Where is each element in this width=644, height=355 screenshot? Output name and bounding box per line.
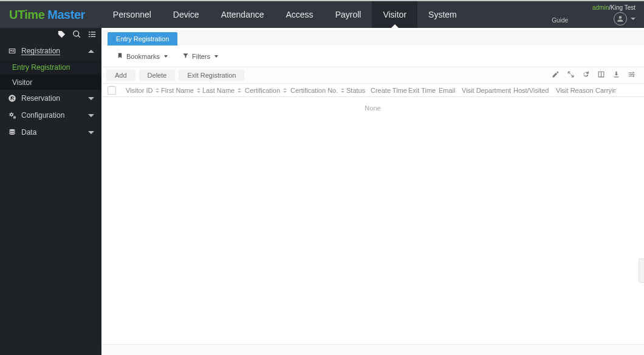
guide-button[interactable]: Guide bbox=[552, 6, 568, 24]
add-button[interactable]: Add bbox=[106, 70, 135, 81]
chevron-down-icon bbox=[214, 55, 218, 58]
th-label: Last Name bbox=[202, 87, 235, 94]
action-label: Add bbox=[115, 72, 127, 79]
th-label: Carryin bbox=[595, 87, 616, 94]
chevron-down-icon bbox=[631, 18, 635, 20]
table-tool-icons bbox=[552, 70, 639, 81]
tab-strip: Entry Registration bbox=[101, 30, 644, 46]
app-logo: UTime Master bbox=[6, 8, 90, 22]
th-certification[interactable]: Certification bbox=[241, 87, 287, 94]
th-visit-department[interactable]: Visit Department bbox=[458, 87, 510, 94]
delete-button[interactable]: Delete bbox=[139, 70, 176, 81]
table-body: None bbox=[101, 97, 644, 344]
user-company: King Test bbox=[611, 4, 635, 11]
side-panel-handle[interactable] bbox=[639, 259, 644, 283]
expand-icon[interactable] bbox=[567, 70, 575, 81]
th-label: Certification bbox=[245, 87, 280, 94]
nav-label: System bbox=[428, 10, 457, 19]
th-label: Status bbox=[346, 87, 365, 94]
sidebar-item-visitor[interactable]: Visitor bbox=[0, 75, 101, 90]
user-avatar-row bbox=[592, 12, 635, 25]
th-first-name[interactable]: First Name bbox=[157, 87, 199, 94]
action-toolbar: Add Delete Exit Registration bbox=[101, 67, 644, 84]
th-visitor-id[interactable]: Visitor ID bbox=[122, 87, 157, 94]
sidebar-item-label: Entry Registration bbox=[12, 63, 70, 72]
th-exit-time[interactable]: Exit Time bbox=[405, 87, 435, 94]
th-label: First Name bbox=[161, 87, 194, 94]
sidebar-head-registration[interactable]: Registration bbox=[0, 42, 101, 59]
nav-visitor[interactable]: Visitor bbox=[372, 1, 417, 28]
bookmark-icon bbox=[117, 52, 123, 60]
th-carrying[interactable]: Carryin bbox=[592, 87, 616, 94]
main-content: Entry Registration Bookmarks Filters Add… bbox=[101, 28, 644, 355]
refresh-icon[interactable] bbox=[582, 70, 590, 81]
nav-label: Device bbox=[173, 10, 199, 19]
chevron-down-icon bbox=[88, 97, 94, 100]
footer-panel bbox=[101, 344, 644, 355]
th-status[interactable]: Status bbox=[343, 87, 367, 94]
nav-personnel[interactable]: Personnel bbox=[102, 1, 162, 28]
sidebar-item-entry-registration[interactable]: Entry Registration bbox=[0, 59, 101, 75]
settings-sliders-icon[interactable] bbox=[628, 70, 635, 81]
nav-label: Personnel bbox=[113, 10, 151, 19]
edit-icon[interactable] bbox=[552, 70, 560, 81]
sidebar-head-data[interactable]: Data bbox=[0, 124, 101, 141]
chevron-down-icon bbox=[164, 55, 168, 58]
columns-icon[interactable] bbox=[597, 70, 605, 81]
th-create-time[interactable]: Create Time bbox=[367, 87, 405, 94]
th-label: Host/Visited bbox=[513, 87, 549, 94]
table-header: Visitor ID First Name Last Name Certific… bbox=[101, 84, 644, 97]
tab-entry-registration[interactable]: Entry Registration bbox=[108, 32, 177, 46]
th-label: Visitor ID bbox=[126, 87, 152, 94]
nav-access[interactable]: Access bbox=[275, 1, 324, 28]
nav-label: Attendance bbox=[221, 10, 264, 19]
nav-label: Payroll bbox=[335, 10, 361, 19]
th-label: Email bbox=[439, 87, 456, 94]
nav-payroll[interactable]: Payroll bbox=[324, 1, 372, 28]
sidebar-sub-registration: Entry Registration Visitor bbox=[0, 59, 101, 90]
user-info-line: admin/King Test bbox=[592, 4, 635, 11]
main-nav: Personnel Device Attendance Access Payro… bbox=[102, 1, 468, 28]
id-card-icon bbox=[7, 47, 16, 55]
nav-attendance[interactable]: Attendance bbox=[210, 1, 275, 28]
export-icon[interactable] bbox=[612, 70, 620, 81]
th-certification-no[interactable]: Certification No. bbox=[287, 87, 343, 94]
sidebar-label: Reservation bbox=[21, 94, 60, 103]
sidebar-head-configuration[interactable]: Configuration bbox=[0, 107, 101, 124]
filters-dropdown[interactable]: Filters bbox=[182, 52, 218, 60]
bookmarks-dropdown[interactable]: Bookmarks bbox=[117, 52, 168, 60]
th-last-name[interactable]: Last Name bbox=[199, 87, 241, 94]
th-visit-reason[interactable]: Visit Reason bbox=[552, 87, 592, 94]
logo-part-2: Master bbox=[47, 8, 84, 21]
user-menu[interactable]: admin/King Test bbox=[592, 4, 635, 25]
th-email[interactable]: Email bbox=[435, 87, 458, 94]
logo-part-1: UTime bbox=[9, 8, 47, 21]
sidebar-section-registration: Registration Entry Registration Visitor bbox=[0, 42, 101, 90]
nav-system[interactable]: System bbox=[417, 1, 468, 28]
list-icon[interactable] bbox=[87, 30, 97, 41]
tag-icon[interactable] bbox=[57, 30, 66, 41]
select-all-checkbox[interactable] bbox=[108, 86, 116, 95]
sidebar-item-label: Visitor bbox=[12, 78, 32, 87]
header-right: Guide admin/King Test bbox=[552, 1, 638, 28]
sidebar-head-reservation[interactable]: Reservation bbox=[0, 90, 101, 107]
sidebar-label: Data bbox=[21, 128, 36, 137]
gears-icon bbox=[7, 111, 16, 120]
sidebar: Registration Entry Registration Visitor … bbox=[0, 28, 101, 355]
user-admin: admin bbox=[592, 4, 609, 11]
nav-label: Visitor bbox=[383, 10, 406, 19]
search-icon[interactable] bbox=[72, 30, 81, 41]
app-header: UTime Master Personnel Device Attendance… bbox=[0, 1, 644, 28]
nav-label: Access bbox=[286, 10, 313, 19]
exit-registration-button[interactable]: Exit Registration bbox=[179, 70, 244, 81]
body: Registration Entry Registration Visitor … bbox=[0, 28, 644, 355]
nav-device[interactable]: Device bbox=[162, 1, 210, 28]
th-label: Certification No. bbox=[290, 87, 338, 94]
th-label: Visit Department bbox=[462, 87, 511, 94]
sidebar-toolbar bbox=[0, 28, 101, 42]
registered-icon bbox=[7, 94, 16, 103]
empty-state-text: None bbox=[101, 104, 644, 112]
tab-label: Entry Registration bbox=[116, 35, 169, 42]
th-host-visited[interactable]: Host/Visited bbox=[510, 87, 552, 94]
filters-label: Filters bbox=[192, 53, 210, 60]
